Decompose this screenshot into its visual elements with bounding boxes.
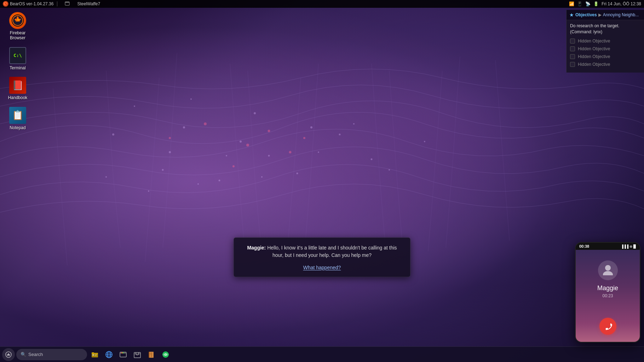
phone-wifi-icon: ⊕ xyxy=(629,245,632,248)
objectives-sub-crumb: Annoying Neighb... xyxy=(603,12,639,17)
phone-caller-name: Maggie xyxy=(597,285,618,292)
notepad-icon: 📋 xyxy=(9,107,26,124)
book-button[interactable] xyxy=(145,348,158,361)
svg-point-21 xyxy=(424,141,425,142)
taskbar-bottom: 🔍 Search xyxy=(0,346,644,362)
terminal-label: Terminal xyxy=(10,65,25,70)
svg-point-18 xyxy=(318,151,319,153)
phone-status-bar: 00:38 ▐▐▐ ⊕ ▉ xyxy=(576,243,640,250)
desktop-icon-terminal[interactable]: C:\ Terminal xyxy=(4,46,32,72)
handbook-icon: 📕 xyxy=(9,77,26,94)
objectives-panel: ★ Objectives ▶ Annoying Neighb... Do res… xyxy=(566,10,644,73)
svg-point-12 xyxy=(339,134,341,136)
svg-point-38 xyxy=(605,265,611,271)
svg-point-31 xyxy=(303,137,305,139)
svg-point-14 xyxy=(134,105,135,107)
battery-icon: 🔋 xyxy=(593,1,599,6)
svg-rect-60 xyxy=(150,354,151,354)
phone-battery-icon: ▉ xyxy=(633,245,636,248)
active-window-label: SteelWaffe7 xyxy=(77,1,100,6)
objectives-item-1: Hidden Objective xyxy=(570,39,640,44)
svg-point-52 xyxy=(121,352,121,353)
phone-caller-avatar xyxy=(598,260,618,280)
svg-point-6 xyxy=(254,112,256,114)
svg-rect-44 xyxy=(95,355,97,356)
phone-status-icon: 📱 xyxy=(577,1,582,6)
svg-point-22 xyxy=(105,176,107,178)
obj-checkbox-1 xyxy=(570,39,575,44)
phone-end-call-button[interactable] xyxy=(599,318,616,335)
svg-point-9 xyxy=(219,180,220,182)
music-button[interactable] xyxy=(159,348,172,361)
os-logo: BearOS ver-1.04.27.36 xyxy=(3,1,53,7)
svg-rect-61 xyxy=(150,354,151,355)
svg-rect-43 xyxy=(95,354,97,355)
svg-point-11 xyxy=(297,173,298,174)
objectives-header: ★ Objectives ▶ Annoying Neighb... xyxy=(567,10,644,20)
svg-point-30 xyxy=(232,165,235,167)
firebear-label: FirebearBrowser xyxy=(10,30,26,41)
handbook-label: Handbook xyxy=(8,95,28,100)
browser-button[interactable] xyxy=(103,348,115,361)
svg-point-25 xyxy=(204,122,207,125)
svg-point-15 xyxy=(190,98,192,100)
phone-status-icons: ▐▐▐ ⊕ ▉ xyxy=(621,245,636,248)
svg-rect-42 xyxy=(92,354,94,356)
phone-call-screen: Maggie 00:23 xyxy=(576,250,640,342)
start-button[interactable] xyxy=(2,348,15,361)
objectives-star-icon: ★ xyxy=(569,12,574,18)
svg-point-19 xyxy=(353,123,355,125)
svg-point-20 xyxy=(389,169,390,171)
taskbar-divider xyxy=(57,1,57,6)
os-name-label: BearOS ver-1.04.27.36 xyxy=(10,1,53,6)
signal-icon: 📶 xyxy=(569,1,574,6)
svg-point-54 xyxy=(123,352,123,353)
objectives-body: Do research on the target.(Command: lynx… xyxy=(567,20,644,73)
desktop-icon-notepad[interactable]: 📋 Notepad xyxy=(4,105,32,132)
objectives-main-task: Do research on the target.(Command: lynx… xyxy=(570,23,640,35)
firebear-icon xyxy=(9,12,26,29)
svg-rect-1 xyxy=(0,0,644,362)
phone-widget: 00:38 ▐▐▐ ⊕ ▉ Maggie 00:23 xyxy=(575,242,640,343)
background-mesh xyxy=(0,0,644,362)
desktop-icon-firebear[interactable]: FirebearBrowser xyxy=(4,11,32,42)
phone-status-time: 00:38 xyxy=(579,244,589,248)
svg-point-5 xyxy=(240,140,242,143)
svg-point-4 xyxy=(183,126,185,128)
taskbar-search[interactable]: 🔍 Search xyxy=(16,349,87,360)
dialog-message: Hello, I know it's a little late and I s… xyxy=(267,245,397,258)
svg-point-24 xyxy=(197,183,199,185)
desktop-icon-handbook[interactable]: 📕 Handbook xyxy=(4,75,32,102)
search-magnifier-icon: 🔍 xyxy=(21,352,26,357)
active-window-icon xyxy=(61,0,74,10)
objectives-item-4: Hidden Objective xyxy=(570,62,640,67)
file-manager-button[interactable] xyxy=(88,348,101,361)
svg-point-64 xyxy=(165,354,166,355)
svg-rect-34 xyxy=(65,2,69,3)
wifi-icon: 📡 xyxy=(585,1,591,6)
taskbar-top-left: BearOS ver-1.04.27.36 SteelWaffe7 xyxy=(3,0,100,10)
svg-point-17 xyxy=(261,176,263,178)
objectives-crumb-arrow: ▶ xyxy=(598,12,602,17)
svg-point-3 xyxy=(169,151,171,153)
dialog-response-option[interactable]: What happened? xyxy=(241,265,403,270)
svg-point-29 xyxy=(169,137,171,139)
os-logo-icon xyxy=(3,1,8,7)
svg-point-26 xyxy=(246,144,249,146)
settings-button[interactable] xyxy=(117,348,130,361)
taskbar-search-label: Search xyxy=(28,352,43,357)
svg-rect-59 xyxy=(150,353,151,353)
objectives-breadcrumb: Objectives ▶ Annoying Neighb... xyxy=(575,12,639,17)
svg-point-39 xyxy=(603,271,613,275)
objectives-item-2: Hidden Objective xyxy=(570,46,640,51)
store-button[interactable] xyxy=(131,348,144,361)
terminal-icon: C:\ xyxy=(9,47,26,64)
svg-point-16 xyxy=(226,155,227,156)
dialog-speaker: Maggie: xyxy=(247,245,266,251)
taskbar-top: BearOS ver-1.04.27.36 SteelWaffe7 📶 📱 📡 … xyxy=(0,0,644,8)
svg-point-28 xyxy=(289,151,292,154)
objectives-item-3: Hidden Objective xyxy=(570,54,640,59)
dialog-box: Maggie: Hello, I know it's a little late… xyxy=(234,237,410,277)
obj-checkbox-2 xyxy=(570,46,575,51)
obj-label-4: Hidden Objective xyxy=(578,62,610,67)
